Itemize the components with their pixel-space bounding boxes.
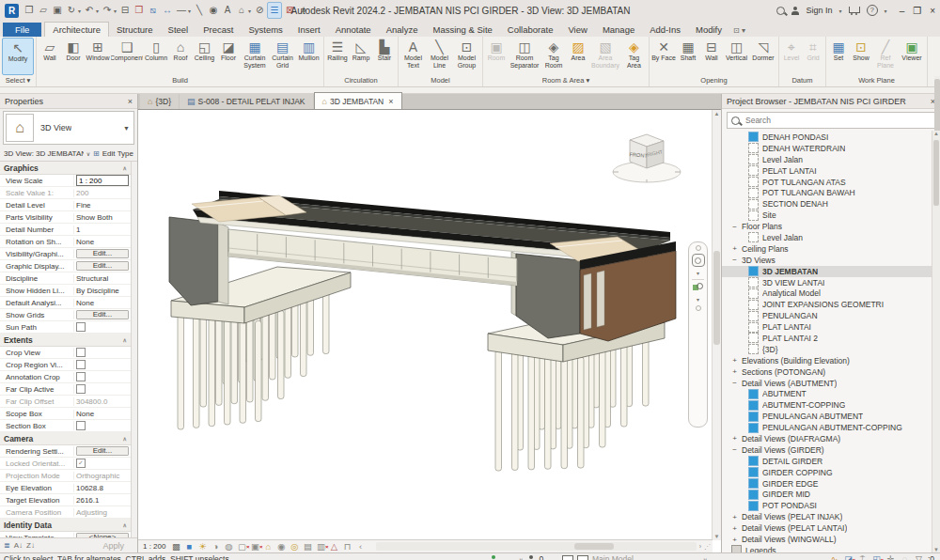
section-header-identity-data[interactable]: Identity Data∧ [0, 519, 131, 532]
tree-item-3d-views[interactable]: −3D Views [722, 255, 940, 266]
tree-item-analytical-model[interactable]: Analytical Model [722, 288, 940, 299]
tree-expand-icon[interactable]: + [731, 356, 738, 365]
reveal-constraints-icon[interactable]: ⊓ [341, 541, 352, 552]
qat-overflow-icon[interactable]: » [297, 3, 310, 18]
tree-item-girder-mid[interactable]: GIRDER MID [722, 490, 940, 501]
section-header-camera[interactable]: Camera∧ [0, 432, 131, 445]
temporary-view-properties-icon[interactable]: ▤ [302, 541, 313, 552]
scroll-down-icon[interactable]: ▼ [713, 534, 721, 539]
zoom-caret-icon[interactable]: ▾ [697, 296, 699, 303]
tree-item-penulangan-abutment[interactable]: PENULANGAN ABUTMENT [722, 411, 940, 422]
ribbon-tab-collaborate[interactable]: Collaborate [500, 23, 561, 37]
tree-item-detail-views-wingwall[interactable]: +Detail Views (WINGWALL) [722, 534, 940, 545]
help-icon[interactable]: ? [867, 5, 878, 16]
roof-button[interactable]: ⌂Roof [169, 38, 192, 75]
sort-descending-icon[interactable]: Z↓ [26, 541, 35, 550]
browser-search-input[interactable] [744, 115, 931, 126]
navigation-bar[interactable]: ▾ ▾ [688, 241, 708, 428]
vertical-button[interactable]: ◫Vertical [724, 38, 749, 75]
select-links-icon[interactable]: ∿ [829, 554, 839, 560]
stair-button[interactable]: ▙Stair [373, 38, 396, 75]
sign-in-caret-icon[interactable]: ▾ [839, 8, 842, 14]
panel-label-model[interactable]: Model [399, 75, 482, 86]
navbar-top-dot-icon[interactable] [696, 245, 701, 251]
ribbon-tab-architecture[interactable]: Architecture [44, 22, 109, 37]
steering-wheel-icon[interactable] [692, 254, 705, 267]
section-collapse-icon[interactable]: ∧ [123, 435, 127, 442]
tree-item-girder-edge[interactable]: GIRDER EDGE [722, 478, 940, 490]
view-tab-s-008-detail-pelat-injak[interactable]: ▤S-008 - DETAIL PELAT INJAK [180, 94, 313, 109]
component-button[interactable]: ❑Component [111, 38, 143, 75]
analytical-model-icon[interactable]: △ [328, 541, 339, 552]
property-checkbox[interactable] [76, 322, 86, 332]
tree-item-plat-lantai[interactable]: PLAT LANTAI [722, 321, 940, 333]
filter-icon[interactable]: ▽ [914, 554, 924, 560]
ribbon-tab-add-ins[interactable]: Add-Ins [642, 23, 688, 37]
tree-expand-icon[interactable]: + [731, 244, 738, 253]
tree-item-level-jalan[interactable]: Level Jalan [722, 154, 940, 165]
collaborate-users-icon[interactable] [489, 555, 497, 560]
navbar-bottom-dot-icon[interactable] [696, 305, 701, 311]
close-inactive-views-icon[interactable]: ⊠ [283, 3, 296, 18]
dormer-button[interactable]: ◹Dormer [750, 38, 776, 75]
tree-expand-icon[interactable]: − [731, 445, 738, 454]
tree-item-detail-views-pelat-lantai[interactable]: +Detail Views (PELAT LANTAI) [722, 522, 940, 534]
ribbon-tab-precast[interactable]: Precast [196, 23, 241, 37]
close-button[interactable]: × [930, 6, 935, 16]
show-button[interactable]: ⊡Show [850, 38, 872, 75]
ribbon-tab-modify[interactable]: Modify [688, 23, 729, 37]
property-checkbox[interactable] [76, 421, 86, 430]
tree-expand-icon[interactable]: − [731, 256, 738, 264]
tree-item-detail-views-pelat-injak[interactable]: +Detail Views (PELAT INJAK) [722, 511, 940, 522]
drawing-canvas[interactable]: FRONT RIGHT [138, 109, 721, 552]
tree-item-3d-view-lantai[interactable]: 3D VIEW LANTAI [722, 277, 940, 288]
tree-item-pelat-lantai[interactable]: PELAT LANTAI [722, 165, 940, 177]
railing-button[interactable]: ☰Railing [326, 38, 349, 75]
default-3d-view-icon-caret[interactable]: ▾ [248, 8, 251, 14]
floor-button[interactable]: ◪Floor [217, 38, 240, 75]
section-icon[interactable]: ⊘ [253, 3, 266, 18]
print-icon[interactable]: ⊟ [118, 3, 132, 18]
measure-icon[interactable]: ⧅ [147, 3, 160, 18]
tag-area-button[interactable]: ◈Tag Area [621, 38, 647, 75]
type-selector-dropdown-icon[interactable]: ▼ [123, 125, 130, 132]
design-option-icon[interactable] [577, 555, 588, 560]
canvas-horizontal-scrollbar[interactable] [376, 542, 696, 551]
sync-with-central-icon[interactable]: ↻ [65, 3, 78, 18]
steering-wheel-caret-icon[interactable]: ▾ [697, 270, 699, 276]
viewcube[interactable]: FRONT RIGHT [613, 134, 681, 182]
property-edit-button[interactable]: Edit... [76, 261, 129, 271]
selection-dashes-icon[interactable]: ◌ [900, 554, 910, 560]
scroll-up-icon[interactable]: ▲ [713, 111, 721, 117]
tree-item-denah-waterdrain[interactable]: DENAH WATERDRAIN [722, 143, 940, 154]
tree-item-joint-expansions-geometri[interactable]: JOINT EXPANSIONS GEOMETRI [722, 299, 940, 310]
tree-item-penulangan-abutment-copping[interactable]: PENULANGAN ABUTMENT-COPPING [722, 422, 940, 433]
modify-button[interactable]: ↖Modify [2, 38, 34, 75]
view-scale-button[interactable]: 1 : 200 [141, 542, 167, 551]
main-model-caret-icon[interactable]: ∨ [703, 556, 707, 560]
main-model-dropdown[interactable]: Main Model [592, 554, 634, 560]
column-button[interactable]: ▯Column [144, 38, 168, 75]
section-collapse-icon[interactable]: ∧ [123, 336, 127, 343]
tree-item-penulangan[interactable]: PENULANGAN [722, 310, 940, 321]
ribbon-tab-structure[interactable]: Structure [109, 23, 161, 37]
property-checkbox[interactable] [76, 348, 86, 357]
view-tab-3d[interactable]: ⌂{3D} [140, 94, 179, 109]
collapse-bar-icon[interactable]: ‹ [354, 541, 366, 552]
zoom-tool-icon[interactable] [693, 283, 703, 293]
wall-button[interactable]: ⊟Wall [700, 38, 723, 75]
area-button[interactable]: ▨Area [567, 38, 589, 75]
ribbon-tab-annotate[interactable]: Annotate [328, 23, 379, 37]
ramp-button[interactable]: ◺Ramp [350, 38, 372, 75]
tree-item-legends[interactable]: Legends [722, 545, 940, 552]
tree-item-sections-potongan[interactable]: +Sections (POTONGAN) [722, 366, 940, 378]
mullion-button[interactable]: ▥Mullion [296, 38, 321, 75]
apply-button[interactable]: Apply [93, 541, 133, 551]
set-button[interactable]: ▦Set [828, 38, 849, 75]
ribbon-tab-manage[interactable]: Manage [595, 23, 642, 37]
visual-style-icon[interactable]: ■ [183, 541, 195, 552]
by-face-button[interactable]: ✕By Face [651, 38, 676, 75]
browser-scrollbar[interactable]: ▲ ▼ [932, 131, 940, 552]
ribbon-tab-analyze[interactable]: Analyze [379, 23, 426, 37]
text-icon[interactable]: A [221, 3, 234, 18]
